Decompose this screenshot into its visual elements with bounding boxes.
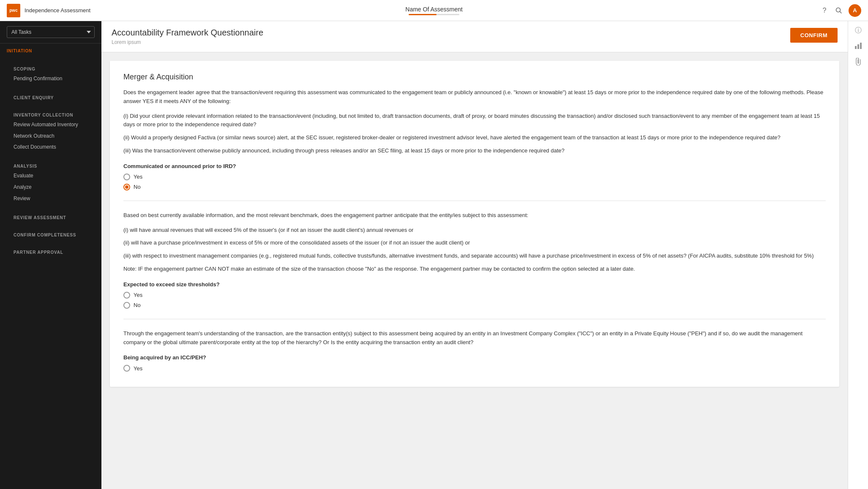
nav-center: Name Of Assessment (101, 6, 767, 15)
app-title: Independence Assessment (25, 7, 90, 14)
question3-option-yes[interactable]: Yes (123, 365, 826, 372)
sidebar-section-client-enquiry: CLIENT ENQUIRY (0, 86, 101, 103)
sidebar-label-client-enquiry: CLIENT ENQUIRY (7, 91, 95, 102)
question3-radio-yes[interactable] (123, 365, 130, 372)
sub-question-1: (i) Did your client provide relevant inf… (123, 112, 826, 130)
question1-radio-yes[interactable] (123, 174, 130, 180)
sidebar-item-collect-documents[interactable]: Collect Documents (7, 141, 95, 153)
search-icon[interactable] (834, 6, 843, 15)
info-icon[interactable]: ⓘ (855, 26, 862, 35)
sidebar-filter: All Tasks (0, 21, 101, 43)
sub-question-2: (ii) Would a properly designed Factiva (… (123, 133, 826, 142)
right-sidebar: ⓘ (848, 21, 868, 489)
section-divider-1 (123, 201, 826, 201)
assessment-name: Name Of Assessment (405, 6, 462, 13)
sidebar-section-partner-approval: PARTNER APPROVAL (0, 241, 101, 258)
svg-rect-3 (857, 44, 859, 49)
section2-item-1: (i) will have annual revenues that will … (123, 226, 826, 235)
sidebar-section-initiation: INITIATION (0, 43, 101, 57)
content-header: Accountability Framework Questionnaire L… (101, 21, 848, 52)
sidebar-label-scoping: SCOPING (7, 62, 95, 73)
sidebar-item-analyze[interactable]: Analyze (7, 182, 95, 193)
question3-radio-group: Yes (123, 365, 826, 372)
content-title: Accountability Framework Questionnaire (112, 28, 263, 38)
sidebar-section-confirm-completeness: CONFIRM COMPLETENESS (0, 223, 101, 241)
sidebar: All Tasks INITIATION SCOPING Pending Con… (0, 21, 101, 489)
question1-radio-group: Yes No (123, 174, 826, 190)
question2-radio-no[interactable] (123, 302, 130, 309)
section2-item-2: (ii) will have a purchase price/investme… (123, 239, 826, 247)
section2-intro: Based on best currently available inform… (123, 211, 826, 220)
sidebar-item-evaluate[interactable]: Evaluate (7, 170, 95, 182)
sidebar-item-pending-confirmation[interactable]: Pending Confirmation (7, 73, 95, 84)
sidebar-label-inventory: INVENTORY COLLECTION (7, 109, 95, 119)
note-text: Note: IF the engagement partner CAN NOT … (123, 265, 826, 274)
assessment-progress-bar (409, 14, 459, 15)
nav-left: pwc Independence Assessment (0, 4, 101, 17)
confirm-button[interactable]: CONFIRM (790, 28, 838, 43)
main-content-card: Merger & Acquisition Does the engagement… (110, 61, 839, 387)
question2-option-yes[interactable]: Yes (123, 292, 826, 299)
card-title: Merger & Acquisition (123, 73, 826, 82)
task-filter-select[interactable]: All Tasks (7, 26, 95, 38)
section2-item-3: (iii) with respect to investment managem… (123, 252, 826, 261)
content-subtitle: Lorem ipsum (112, 39, 263, 45)
top-navigation: pwc Independence Assessment Name Of Asse… (0, 0, 868, 21)
sidebar-section-review-assessment: REVIEW ASSESSMENT (0, 206, 101, 223)
svg-rect-2 (855, 46, 857, 49)
main-layout: All Tasks INITIATION SCOPING Pending Con… (0, 21, 868, 489)
help-icon[interactable]: ? (820, 6, 829, 15)
sidebar-section-inventory: INVENTORY COLLECTION Review Automated In… (0, 103, 101, 155)
sidebar-label-review-assessment: REVIEW ASSESSMENT (7, 211, 95, 222)
sidebar-label-partner-approval: PARTNER APPROVAL (7, 246, 95, 256)
question3-label: Being acquired by an ICC/PEH? (123, 354, 826, 361)
nav-right: ? A (767, 4, 868, 17)
user-avatar[interactable]: A (849, 4, 861, 17)
question1-option-no[interactable]: No (123, 184, 826, 190)
question1-radio-no[interactable] (123, 184, 130, 190)
header-left: Accountability Framework Questionnaire L… (112, 28, 263, 45)
logo-text: pwc (9, 8, 17, 13)
question2-label: Expected to exceed size thresholds? (123, 281, 826, 288)
sidebar-section-analysis: ANALYSIS Evaluate Analyze Review (0, 155, 101, 206)
sidebar-label-analysis: ANALYSIS (7, 160, 95, 170)
sidebar-section-scoping: SCOPING Pending Confirmation (0, 57, 101, 86)
sidebar-item-review-automated[interactable]: Review Automated Inventory (7, 119, 95, 130)
sidebar-label-confirm-completeness: CONFIRM COMPLETENESS (7, 228, 95, 239)
question1-option-yes[interactable]: Yes (123, 174, 826, 180)
question2-radio-group: Yes No (123, 292, 826, 309)
progress-fill (409, 14, 437, 15)
section3-intro: Through the engagement team's understand… (123, 329, 826, 347)
section-divider-2 (123, 319, 826, 319)
attachment-icon[interactable] (855, 58, 862, 67)
content-area: Accountability Framework Questionnaire L… (101, 21, 848, 489)
sidebar-item-review[interactable]: Review (7, 193, 95, 204)
svg-rect-4 (860, 43, 862, 49)
chart-icon[interactable] (854, 42, 862, 51)
svg-line-1 (840, 11, 842, 13)
sidebar-label-initiation: INITIATION (7, 49, 95, 53)
sub-question-3: (iii) Was the transaction/event otherwis… (123, 147, 826, 155)
sidebar-item-network-outreach[interactable]: Network Outreach (7, 130, 95, 142)
intro-text: Does the engagement leader agree that th… (123, 88, 826, 106)
question1-label: Communicated or announced prior to IRD? (123, 163, 826, 169)
question2-option-no[interactable]: No (123, 302, 826, 309)
question2-radio-yes[interactable] (123, 292, 130, 299)
pwc-logo: pwc (7, 4, 20, 17)
